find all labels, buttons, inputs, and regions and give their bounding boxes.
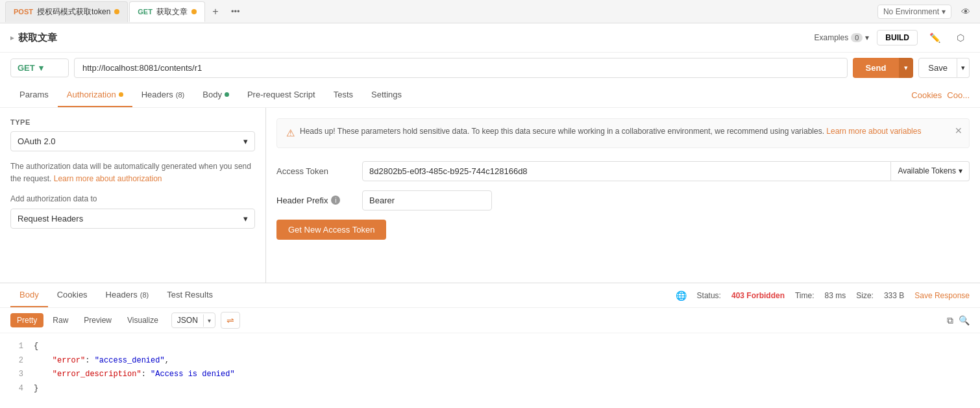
examples-group[interactable]: Examples 0 ▾	[815, 33, 870, 42]
main-content: TYPE OAuth 2.0 ▾ The authorization data …	[0, 108, 980, 283]
line-number: 4	[10, 382, 23, 396]
tab-headers[interactable]: Headers (8)	[132, 83, 194, 107]
get-new-access-token-button[interactable]: Get New Access Token	[276, 220, 386, 240]
header-prefix-input[interactable]	[362, 190, 492, 210]
tab-unsaved-dot	[114, 9, 119, 14]
save-button[interactable]: Save	[918, 58, 957, 78]
status-badge: 403 Forbidden	[731, 291, 785, 300]
url-input[interactable]	[74, 58, 848, 78]
access-token-input[interactable]	[362, 161, 891, 181]
send-dropdown-button[interactable]: ▾	[899, 58, 913, 78]
cookies-link[interactable]: Cookies	[911, 90, 942, 100]
wrap-lines-button[interactable]: ⇌	[221, 312, 240, 329]
left-panel: TYPE OAuth 2.0 ▾ The authorization data …	[0, 108, 266, 283]
resp-tab-test-results[interactable]: Test Results	[158, 283, 222, 307]
line-number: 3	[10, 368, 23, 382]
copy-icon[interactable]: ⧉	[947, 315, 953, 326]
close-icon[interactable]: ✕	[955, 124, 962, 138]
tab-label-auth: 授权码模式获取token	[37, 6, 110, 18]
learn-more-variables-link[interactable]: Learn more about variables	[826, 127, 921, 136]
send-button-group: Send ▾	[853, 58, 914, 78]
tab-add-button[interactable]: +	[206, 3, 225, 21]
cookies-overflow-label[interactable]: Coo...	[947, 90, 970, 100]
tab-tests[interactable]: Tests	[325, 83, 362, 107]
available-tokens-button[interactable]: Available Tokens ▾	[891, 161, 970, 181]
tab-bar-right: No Environment ▾ 👁	[877, 3, 975, 21]
tab-pre-request[interactable]: Pre-request Script	[238, 83, 325, 107]
chevron-down-icon-type: ▾	[243, 136, 248, 146]
resp-tab-body[interactable]: Body	[10, 283, 48, 307]
warning-text: Heads up! These parameters hold sensitiv…	[300, 125, 921, 137]
method-selector[interactable]: GET ▾	[10, 58, 69, 77]
tab-method-get: GET	[138, 8, 153, 16]
warning-banner: ⚠ Heads up! These parameters hold sensit…	[276, 118, 970, 148]
code-line-3: 3 "error_description": "Access is denied…	[10, 368, 970, 382]
add-auth-label: Add authorization data to	[10, 194, 255, 203]
body-dot	[225, 92, 229, 97]
tab-method-post: POST	[14, 8, 33, 16]
build-button[interactable]: BUILD	[877, 30, 918, 45]
tab-unsaved-dot-2	[191, 9, 197, 14]
resp-tab-test-results-label: Test Results	[167, 290, 213, 300]
send-button[interactable]: Send	[853, 58, 900, 78]
time-label: Time:	[795, 291, 815, 300]
response-area: Body Cookies Headers (8) Test Results 🌐 …	[0, 283, 980, 402]
learn-more-auth-link[interactable]: Learn more about authorization	[54, 174, 162, 183]
view-preview-button[interactable]: Preview	[77, 313, 118, 327]
time-value: 83 ms	[825, 291, 846, 300]
resp-tab-cookies[interactable]: Cookies	[48, 283, 97, 307]
tab-label-article: 获取文章	[156, 6, 188, 18]
resp-tab-headers-label: Headers	[106, 290, 138, 300]
view-visualize-button[interactable]: Visualize	[121, 313, 165, 327]
tab-headers-label: Headers	[141, 90, 173, 99]
size-value: 333 B	[884, 291, 904, 300]
status-label: Status:	[697, 291, 721, 300]
type-selector[interactable]: OAuth 2.0 ▾	[10, 131, 255, 151]
view-raw-button[interactable]: Raw	[46, 313, 75, 327]
code-line-2: 2 "error": "access_denied",	[10, 354, 970, 368]
tab-body-label: Body	[202, 90, 222, 99]
chevron-down-icon-format[interactable]: ▾	[203, 314, 215, 327]
examples-label: Examples	[815, 33, 849, 42]
format-label: JSON	[172, 313, 203, 327]
format-selector[interactable]: JSON ▾	[171, 312, 215, 328]
search-icon[interactable]: 🔍	[959, 315, 970, 326]
response-tabs-bar: Body Cookies Headers (8) Test Results 🌐 …	[0, 283, 980, 308]
header-prefix-label: Header Prefix	[276, 196, 328, 205]
view-toolbar: Pretty Raw Preview Visualize JSON ▾ ⇌ ⧉ …	[0, 308, 980, 333]
environment-selector[interactable]: No Environment ▾	[877, 5, 951, 19]
code-view: 1 { 2 "error": "access_denied", 3 "error…	[0, 333, 980, 402]
tab-get-article[interactable]: GET 获取文章	[129, 1, 205, 22]
tab-body[interactable]: Body	[193, 83, 238, 107]
resp-tab-headers[interactable]: Headers (8)	[97, 283, 158, 307]
save-response-button[interactable]: Save Response	[914, 291, 970, 300]
tab-settings[interactable]: Settings	[362, 83, 411, 107]
tab-post-auth[interactable]: POST 授权码模式获取token	[5, 1, 128, 22]
get-token-row: Get New Access Token	[276, 220, 970, 240]
share-icon[interactable]: ⬡	[951, 29, 970, 47]
add-auth-value: Request Headers	[18, 214, 83, 223]
save-dropdown-button[interactable]: ▾	[957, 58, 970, 78]
url-bar: GET ▾ Send ▾ Save ▾	[0, 53, 980, 83]
tab-authorization[interactable]: Authorization	[58, 83, 132, 107]
tab-params-label: Params	[19, 90, 49, 99]
chevron-down-icon: ▾	[942, 7, 946, 16]
resp-tab-body-label: Body	[19, 290, 39, 300]
line-number: 1	[10, 340, 23, 354]
edit-icon[interactable]: ✏️	[925, 29, 944, 47]
authorization-dot	[119, 92, 123, 97]
tab-settings-label: Settings	[371, 90, 402, 99]
info-icon[interactable]: i	[331, 196, 340, 205]
tab-authorization-label: Authorization	[67, 90, 116, 99]
tab-more-button[interactable]: •••	[226, 6, 245, 16]
response-right-icons: ⧉ 🔍	[947, 315, 970, 326]
warning-icon: ⚠	[286, 126, 295, 141]
examples-count: 0	[851, 33, 863, 42]
code-line-4: 4 }	[10, 382, 970, 396]
tab-params[interactable]: Params	[10, 83, 58, 107]
add-auth-selector[interactable]: Request Headers ▾	[10, 209, 255, 229]
view-pretty-button[interactable]: Pretty	[10, 313, 43, 327]
line-number: 2	[10, 354, 23, 368]
resp-headers-badge: (8)	[140, 291, 149, 299]
eye-icon[interactable]: 👁	[957, 3, 975, 21]
